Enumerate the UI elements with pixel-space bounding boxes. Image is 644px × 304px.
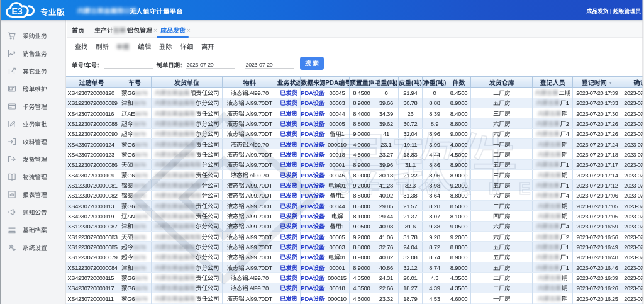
svg-text:E3: E3: [12, 6, 23, 16]
